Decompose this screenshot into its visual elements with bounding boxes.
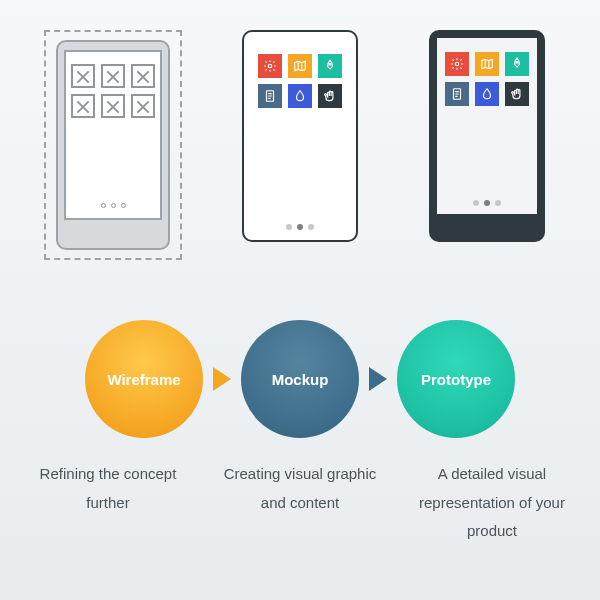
prototype-device bbox=[429, 30, 545, 242]
wireframe-phone bbox=[33, 30, 193, 260]
rocket-icon bbox=[318, 54, 342, 78]
wireframe-screen bbox=[64, 50, 162, 220]
mockup-device bbox=[242, 30, 358, 242]
svg-point-0 bbox=[268, 64, 272, 68]
mockup-phone bbox=[220, 30, 380, 260]
stage-label: Wireframe bbox=[107, 371, 180, 388]
rocket-icon bbox=[505, 52, 529, 76]
map-icon bbox=[475, 52, 499, 76]
phones-row bbox=[0, 0, 600, 280]
drop-icon bbox=[288, 84, 312, 108]
dot-icon bbox=[473, 200, 479, 206]
dot-icon bbox=[495, 200, 501, 206]
dot-icon bbox=[484, 200, 490, 206]
dot-icon bbox=[308, 224, 314, 230]
stage-mockup: Mockup bbox=[241, 320, 359, 438]
page-dots bbox=[473, 200, 501, 206]
stage-label: Prototype bbox=[421, 371, 491, 388]
placeholder-box bbox=[131, 94, 155, 118]
gear-icon bbox=[258, 54, 282, 78]
page-dots bbox=[101, 203, 126, 208]
gear-icon bbox=[445, 52, 469, 76]
stage-desc: Refining the concept further bbox=[23, 460, 193, 546]
map-icon bbox=[288, 54, 312, 78]
stages-row: Wireframe Mockup Prototype bbox=[0, 320, 600, 438]
placeholder-box bbox=[71, 64, 95, 88]
doc-icon bbox=[445, 82, 469, 106]
hand-icon bbox=[505, 82, 529, 106]
doc-icon bbox=[258, 84, 282, 108]
page-dots bbox=[286, 224, 314, 230]
arrow-icon bbox=[213, 367, 231, 391]
dot-icon bbox=[286, 224, 292, 230]
prototype-screen bbox=[437, 38, 537, 214]
svg-point-4 bbox=[516, 61, 518, 63]
wireframe-grid bbox=[71, 64, 155, 118]
app-grid bbox=[258, 54, 342, 108]
svg-point-3 bbox=[455, 62, 459, 66]
hand-icon bbox=[318, 84, 342, 108]
stage-prototype: Prototype bbox=[397, 320, 515, 438]
stage-desc: Creating visual graphic and content bbox=[215, 460, 385, 546]
placeholder-box bbox=[101, 94, 125, 118]
dot-icon bbox=[297, 224, 303, 230]
arrow-icon bbox=[369, 367, 387, 391]
dot-icon bbox=[121, 203, 126, 208]
wireframe-bounds bbox=[44, 30, 182, 260]
stage-wireframe: Wireframe bbox=[85, 320, 203, 438]
placeholder-box bbox=[71, 94, 95, 118]
placeholder-box bbox=[131, 64, 155, 88]
prototype-phone bbox=[407, 30, 567, 260]
drop-icon bbox=[475, 82, 499, 106]
descriptions-row: Refining the concept further Creating vi… bbox=[0, 460, 600, 546]
stage-desc: A detailed visual representation of your… bbox=[407, 460, 577, 546]
stage-label: Mockup bbox=[272, 371, 329, 388]
app-grid bbox=[445, 52, 529, 106]
wireframe-device bbox=[56, 40, 170, 250]
dot-icon bbox=[111, 203, 116, 208]
svg-point-1 bbox=[329, 63, 331, 65]
placeholder-box bbox=[101, 64, 125, 88]
dot-icon bbox=[101, 203, 106, 208]
